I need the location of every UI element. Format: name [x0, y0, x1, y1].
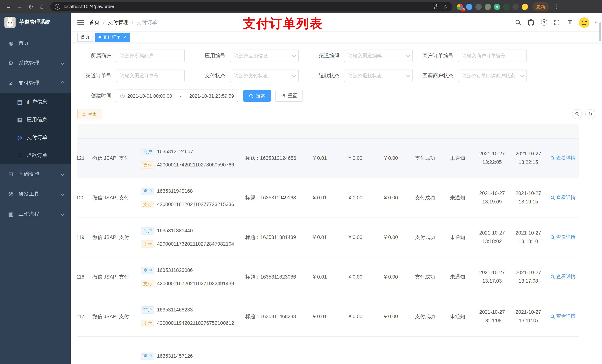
toggle-search-button[interactable]: [572, 109, 582, 119]
breadcrumb-item[interactable]: 支付订单: [137, 19, 157, 26]
hamburger-icon[interactable]: [77, 20, 84, 25]
export-button[interactable]: 导出: [77, 109, 101, 119]
sidebar-item[interactable]: ◉ 首页: [0, 33, 71, 53]
update-button[interactable]: 更新: [532, 2, 549, 11]
column-header[interactable]: [88, 124, 133, 138]
create-time: 13:18:02: [474, 237, 510, 246]
user-avatar[interactable]: [579, 17, 590, 28]
sidebar-subitem[interactable]: ◎ 支付订单: [0, 129, 71, 146]
search-button[interactable]: 搜索: [243, 90, 271, 102]
filter-input[interactable]: 请输入渠道编码: [344, 50, 413, 62]
cell-notify-status: 未通知: [441, 178, 474, 218]
column-header[interactable]: [441, 124, 474, 138]
view-detail-link[interactable]: 查看详情: [550, 194, 576, 201]
create-time: 13:22:05: [474, 158, 510, 167]
filter-placeholder: 请选择所属商户: [120, 52, 181, 59]
column-header[interactable]: [239, 124, 302, 138]
scrollbar-thumb[interactable]: [599, 22, 601, 42]
breadcrumb-item[interactable]: 首页: [89, 19, 100, 26]
breadcrumb-item[interactable]: 支付管理: [108, 19, 129, 26]
filter-input[interactable]: 请输入渠道订单号: [116, 70, 185, 82]
column-header[interactable]: [338, 124, 373, 138]
reset-icon: ↺: [281, 93, 285, 98]
sidebar-subitem[interactable]: ▤ 商户信息: [0, 93, 71, 111]
sidebar-subitem[interactable]: ▦ 应用信息: [0, 111, 71, 129]
pay-order-no: 4200001181202110277723215336: [157, 202, 234, 207]
cell-channel: 微信 JSAPI 支付: [88, 297, 133, 336]
pay-date: 2021-10-27: [510, 268, 547, 277]
extension-dark[interactable]: [512, 3, 519, 10]
pay-tag: 支付: [141, 280, 154, 287]
cell-refund: [373, 336, 409, 364]
close-icon[interactable]: ×: [123, 34, 126, 40]
date-end[interactable]: 2021-10-31 23:59:59: [184, 93, 234, 99]
column-header[interactable]: [474, 124, 510, 138]
address-bar[interactable]: i localhost:1024/pay/order ☆: [50, 2, 452, 11]
app-logo[interactable]: 芋道管理系统: [0, 13, 71, 31]
filter-input[interactable]: 请选择订单回调商户状态: [458, 70, 527, 82]
extension-emoji[interactable]: [522, 3, 528, 10]
pay-time: 13:17:08: [510, 277, 547, 285]
filter-input[interactable]: 请选择退款状态: [344, 70, 413, 82]
date-start[interactable]: 2021-10-01 00:00:00: [127, 93, 178, 99]
github-icon[interactable]: [527, 18, 535, 26]
app-title: 芋道管理系统: [19, 19, 50, 26]
sidebar-item[interactable]: ¥ 支付管理: [0, 73, 71, 93]
filter-input[interactable]: 请选择应用信息: [230, 50, 299, 62]
refresh-button[interactable]: ↻: [585, 109, 595, 119]
extension-badge: 10: [461, 8, 465, 11]
extension-olive[interactable]: [485, 3, 491, 10]
column-header[interactable]: [373, 124, 409, 138]
reload-button[interactable]: ↻: [26, 2, 35, 11]
extension-dark-green[interactable]: [503, 3, 509, 10]
extension-blue[interactable]: [466, 3, 473, 10]
extension-gray[interactable]: [475, 3, 482, 10]
sidebar-subitem[interactable]: ≣ 退款订单: [0, 146, 71, 164]
tab[interactable]: 支付订单 ×: [95, 33, 129, 42]
caret-down-icon[interactable]: ▾: [595, 20, 597, 25]
cell-pay-order: 商户 1635312124657 支付 42000011742021102780…: [133, 138, 239, 178]
create-date: 2021-10-27: [474, 189, 510, 198]
column-header[interactable]: [510, 124, 547, 138]
extension-vue-devtools[interactable]: V: [494, 3, 500, 10]
search-icon[interactable]: [514, 18, 522, 26]
screen: ← → ↻ ⌂ i localhost:1024/pay/order ☆ 10V…: [0, 0, 602, 364]
help-icon[interactable]: ?: [540, 18, 548, 26]
date-range-input[interactable]: 2021-10-01 00:00:00 - 2021-10-31 23:59:5…: [116, 90, 238, 102]
extension-multicolor[interactable]: 10: [457, 3, 463, 10]
pay-order-no: 4200001173202110272847982104: [157, 241, 234, 247]
font-size-icon[interactable]: T: [566, 18, 574, 26]
column-header[interactable]: [409, 124, 441, 138]
view-detail-link[interactable]: 查看详情: [550, 234, 576, 241]
pay-order-no: 4200001167202110271022491439: [157, 281, 234, 286]
menu-dots-icon[interactable]: ⋮: [552, 2, 562, 11]
back-button[interactable]: ←: [4, 2, 13, 11]
filter-input[interactable]: 请输入商户订单编号: [458, 50, 527, 62]
info-icon[interactable]: i: [55, 4, 60, 10]
reset-button[interactable]: ↺ 重置: [275, 90, 303, 102]
sidebar-item[interactable]: ⊡ 基础设施: [0, 164, 71, 184]
column-header[interactable]: [133, 124, 239, 138]
home-button[interactable]: ⌂: [37, 2, 47, 11]
sidebar-item[interactable]: ▣ 工作流程: [0, 204, 71, 224]
forward-button[interactable]: →: [15, 2, 24, 11]
sidebar-item[interactable]: ⚙ 系统管理: [0, 53, 71, 73]
cell-pay-time: 2021-10-27 13:19:15: [510, 178, 547, 218]
filter-input[interactable]: 请选择所属商户: [116, 50, 185, 62]
merchant-line: 商户 1635311823086: [141, 267, 239, 274]
column-header[interactable]: [547, 124, 579, 138]
column-header[interactable]: [77, 124, 88, 138]
sidebar-item[interactable]: ⚒ 研发工具: [0, 184, 71, 204]
share-icon[interactable]: [434, 4, 439, 10]
url-text[interactable]: localhost:1024/pay/order: [64, 4, 430, 9]
column-header[interactable]: [302, 124, 338, 138]
fullscreen-icon[interactable]: [553, 18, 561, 26]
view-detail-link[interactable]: 查看详情: [550, 313, 576, 320]
view-detail-link[interactable]: 查看详情: [550, 274, 576, 280]
view-detail-link[interactable]: 查看详情: [550, 155, 576, 161]
question-glyph: ?: [541, 19, 547, 26]
filter-input[interactable]: 请选择支付状态: [230, 70, 299, 82]
tab[interactable]: 首页: [77, 33, 93, 42]
view-detail-label: 查看详情: [556, 234, 576, 241]
star-icon[interactable]: ☆: [443, 4, 448, 10]
